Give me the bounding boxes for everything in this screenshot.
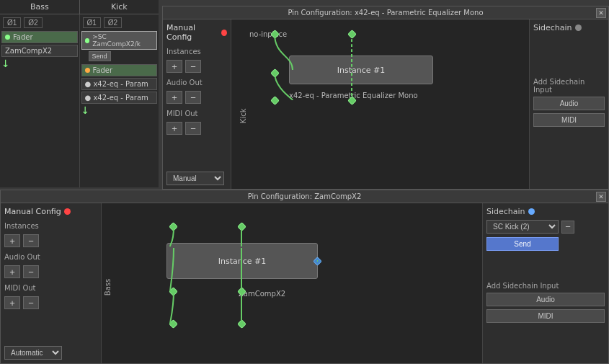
bass-phase-1[interactable]: Ø1 [3, 17, 21, 28]
top-left-config-panel: Manual Config Instances + − Audio Out + … [163, 19, 231, 189]
kick-phase-1[interactable]: Ø1 [83, 17, 101, 28]
bottom-add-sidechain-label: Add Sidechain Input [486, 282, 605, 290]
bass-fader-dot [5, 35, 10, 40]
top-mode-dropdown[interactable]: Manual Automatic [166, 172, 224, 185]
bottom-instances-minus[interactable]: − [23, 234, 39, 247]
bottom-add-sidechain-audio-btn[interactable]: Audio [486, 293, 605, 306]
top-config-dot [221, 30, 227, 36]
top-dot-2 [347, 30, 357, 39]
top-midi-out-controls: + − [166, 122, 227, 135]
bottom-window-title: Pin Configuration: ZamCompX2 [248, 192, 362, 200]
top-dot-3 [270, 68, 280, 78]
top-add-sidechain-midi-btn[interactable]: MIDI [533, 113, 605, 127]
bottom-instance-box: Instance #1 [166, 243, 318, 279]
bottom-dot-6 [237, 319, 246, 329]
top-instances-plus[interactable]: + [166, 60, 182, 73]
top-connections-svg [231, 19, 529, 189]
top-dot-4 [270, 96, 280, 105]
kick-phase-2[interactable]: Ø2 [104, 17, 122, 28]
bass-arrow-down: ↓ [1, 58, 78, 68]
top-dropdown-row: Manual Automatic [166, 172, 227, 185]
top-sidechain-dot [575, 25, 582, 31]
top-graph-area: Kick no-inplace Instance #1 x42-eq - Par… [231, 19, 529, 189]
bottom-window-content: Manual Config Instances + − Audio Out + … [1, 203, 608, 363]
bottom-dot-3 [169, 287, 178, 296]
bottom-graph-vert-label: Bass [104, 279, 112, 296]
bottom-audio-out-plus[interactable]: + [4, 265, 20, 278]
channel-headers: Bass Kick [0, 0, 159, 14]
kick-sc-zamcomp-plugin[interactable]: >SC ZamCompX2/k [81, 31, 158, 50]
top-instance-box: Instance #1 [289, 56, 433, 84]
top-graph-vert-label: Kick [239, 108, 247, 123]
top-add-sidechain-audio-btn[interactable]: Audio [533, 97, 605, 110]
bass-column: Ø1 Ø2 Fader ZamCompX2 ↓ [0, 14, 80, 187]
bottom-audio-out-label: Audio Out [4, 253, 97, 261]
kick-x42-plugin-2[interactable]: ● x42-eq - Param [81, 92, 158, 104]
bottom-midi-out-plus[interactable]: + [4, 296, 20, 309]
kick-arrow-down: ↓ [81, 105, 158, 115]
bottom-sidechain-header-row: Sidechain [486, 207, 605, 216]
bottom-left-config-panel: Manual Config Instances + − Audio Out + … [1, 203, 102, 363]
top-midi-out-label: MIDI Out [166, 110, 227, 117]
bottom-add-sidechain-section: Add Sidechain Input Audio MIDI [486, 276, 605, 323]
top-add-sidechain-label: Add Sidechain Input [533, 78, 605, 94]
top-no-inplace-label: no-inplace [249, 30, 287, 38]
kick-fader-dot [85, 68, 90, 73]
bottom-sc-kick-select[interactable]: SC Kick (2) [486, 220, 559, 234]
bottom-window-titlebar: Pin Configuration: ZamCompX2 ✕ [1, 190, 608, 203]
bottom-graph-area: Bass Instance #1 ZamCompX2 [102, 203, 482, 363]
channel-body: Ø1 Ø2 Fader ZamCompX2 ↓ Ø1 Ø2 >SC ZamCom… [0, 14, 159, 187]
bottom-dot-5 [169, 319, 178, 329]
bottom-dot-1 [169, 222, 178, 231]
bottom-add-sidechain-midi-btn[interactable]: MIDI [486, 309, 605, 323]
top-instances-minus[interactable]: − [185, 60, 201, 73]
bottom-instances-plus[interactable]: + [4, 234, 20, 247]
kick-channel-header: Kick [80, 0, 159, 14]
bass-fader-plugin[interactable]: Fader [1, 31, 78, 43]
kick-x42-plugin-1[interactable]: ● x42-eq - Param [81, 78, 158, 90]
top-audio-out-minus[interactable]: − [185, 91, 201, 104]
bottom-window-close-button[interactable]: ✕ [596, 192, 606, 202]
bottom-sidechain-dot [528, 208, 535, 215]
top-manual-config-row: Manual Config [166, 23, 227, 42]
top-audio-out-label: Audio Out [166, 79, 227, 86]
top-right-sidechain-panel: Sidechain Add Sidechain Input Audio MIDI [529, 19, 608, 189]
bottom-manual-config-row: Manual Config [4, 207, 97, 216]
kick-phase-row: Ø1 Ø2 [81, 16, 158, 30]
top-window-titlebar: Pin Configuration: x42-eq - Parametric E… [163, 6, 608, 19]
bottom-instances-controls: + − [4, 234, 97, 247]
left-channel-panel: Bass Kick Ø1 Ø2 Fader ZamCompX2 ↓ Ø1 [0, 0, 159, 187]
top-sidechain-header: Sidechain [533, 23, 605, 32]
bass-phase-row: Ø1 Ø2 [1, 16, 78, 30]
kick-sc-dot [85, 38, 90, 43]
kick-fader-plugin[interactable]: Fader [81, 64, 158, 76]
bottom-dropdown-row: Automatic Manual [4, 346, 97, 360]
bottom-sc-kick-remove-btn[interactable]: − [561, 221, 574, 234]
top-instances-controls: + − [166, 60, 227, 73]
kick-column: Ø1 Ø2 >SC ZamCompX2/k Send Fader ● x42-e… [80, 14, 159, 187]
bass-channel-header: Bass [0, 0, 80, 14]
bottom-instances-label: Instances [4, 222, 97, 230]
top-window-content: Manual Config Instances + − Audio Out + … [163, 19, 608, 189]
kick-send-button[interactable]: Send [89, 51, 111, 61]
bass-zamcompx2-plugin[interactable]: ZamCompX2 [1, 45, 78, 57]
bottom-mode-dropdown[interactable]: Automatic Manual [4, 346, 62, 360]
bottom-pin-config-window: Pin Configuration: ZamCompX2 ✕ Manual Co… [0, 190, 609, 364]
top-midi-out-minus[interactable]: − [185, 122, 201, 135]
bottom-config-dot [64, 208, 71, 215]
bottom-midi-out-label: MIDI Out [4, 284, 97, 292]
top-pin-config-window: Pin Configuration: x42-eq - Parametric E… [162, 6, 609, 190]
bottom-audio-out-minus[interactable]: − [23, 265, 39, 278]
top-window-title: Pin Configuration: x42-eq - Parametric E… [288, 9, 483, 17]
bottom-dot-2 [237, 222, 246, 231]
bottom-send-btn-container: Send [486, 237, 605, 251]
top-audio-out-plus[interactable]: + [166, 91, 182, 104]
top-midi-out-plus[interactable]: + [166, 122, 182, 135]
bass-phase-2[interactable]: Ø2 [24, 17, 42, 28]
bottom-connections-svg [102, 203, 482, 363]
bottom-midi-out-minus[interactable]: − [23, 296, 39, 309]
bottom-sc-kick-row: SC Kick (2) − [486, 220, 605, 234]
top-add-sidechain-section: Add Sidechain Input Audio MIDI [533, 72, 605, 127]
top-window-close-button[interactable]: ✕ [596, 8, 606, 18]
bottom-send-active-btn[interactable]: Send [486, 237, 559, 251]
